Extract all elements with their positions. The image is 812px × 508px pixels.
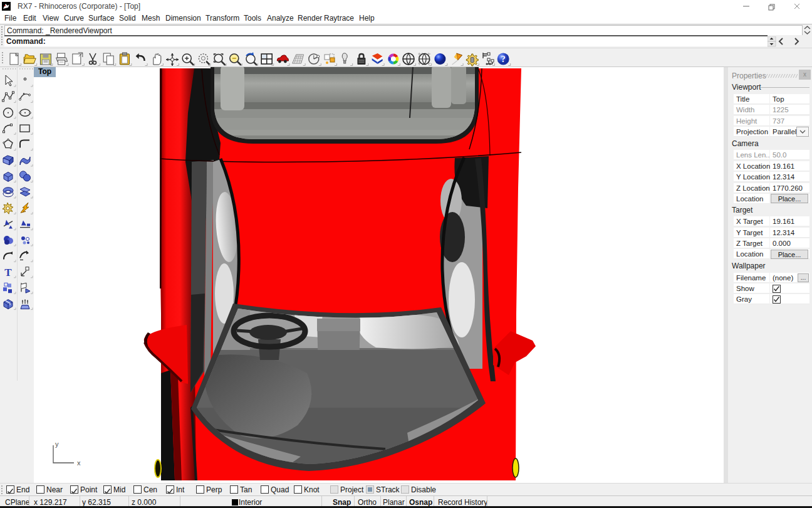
svg-text:?: ?	[501, 55, 506, 64]
svg-text:y: y	[55, 440, 59, 448]
svg-text:T: T	[4, 267, 12, 278]
svg-text:x: x	[77, 459, 81, 467]
